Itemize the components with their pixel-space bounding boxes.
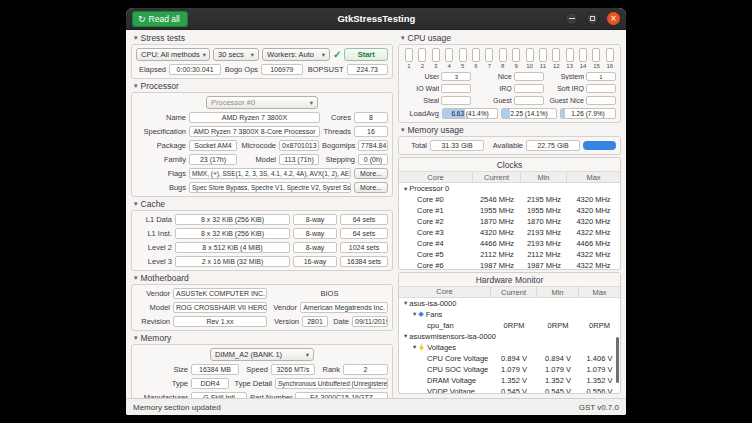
bogo-ops-value[interactable]: 106979	[261, 64, 302, 75]
cpu-stat: Nice	[475, 72, 543, 81]
cache-ways-value[interactable]: 8-way	[293, 214, 337, 225]
hwmon-voltages-cell: ▾ Voltages	[399, 343, 620, 352]
maximize-button[interactable]	[586, 12, 599, 25]
stress-workers-select[interactable]: Workers: Auto ▾	[262, 48, 330, 61]
hwmon-sensor-row[interactable]: cpu_fan 0RPM 0RPM 0RPM	[399, 320, 620, 331]
stepping-value[interactable]: 0 (0h)	[358, 154, 388, 165]
bops-value[interactable]: 224.73	[347, 64, 388, 75]
close-button[interactable]: ×	[607, 12, 620, 25]
clock-row[interactable]: Core #4 4466 MHz 2193 MHz 4466 MHz	[399, 238, 620, 249]
clock-row[interactable]: Core #6 1987 MHz 1987 MHz 4322 MHz	[399, 260, 620, 270]
cache-sets-value[interactable]: 64 sets	[340, 214, 388, 225]
cache-ways-value[interactable]: 8-way	[293, 242, 337, 253]
hwmon-chip-row[interactable]: ▾ asus-isa-0000	[399, 298, 620, 309]
clock-row[interactable]: Core #5 2112 MHz 2112 MHz 4322 MHz	[399, 249, 620, 260]
expander-icon[interactable]: ▾	[134, 200, 138, 208]
minimize-button[interactable]	[565, 12, 578, 25]
clock-row[interactable]: Core #0 2546 MHz 2195 MHz 4320 MHz	[399, 194, 620, 205]
threads-value[interactable]: 16	[354, 126, 388, 137]
clocks-header-min[interactable]: Min	[521, 172, 567, 182]
hwmon-header-max[interactable]: Max	[579, 287, 620, 297]
flags-more-button[interactable]: More...	[354, 168, 388, 179]
start-button[interactable]: Start	[344, 48, 388, 61]
mobo-revision-value[interactable]: Rev 1.xx	[173, 316, 267, 327]
mem-type-detail-value[interactable]: Synchronous Unbuffered (Unregistered)	[275, 378, 388, 389]
hwmon-header-core[interactable]: Core	[399, 287, 491, 297]
elapsed-value[interactable]: 0:00:30.041	[169, 64, 221, 75]
bugs-more-button[interactable]: More...	[354, 182, 388, 193]
mobo-vendor-value[interactable]: ASUSTeK COMPUTER INC.	[173, 288, 267, 299]
mobo-model-value[interactable]: ROG CROSSHAIR VII HERO	[173, 302, 267, 313]
hwmon-sensor-row[interactable]: CPU SOC Voltage 1.079 V 1.079 V 1.079 V	[399, 364, 620, 375]
cpu-core-bar	[526, 48, 534, 62]
cache-sets-value[interactable]: 1024 sets	[340, 242, 388, 253]
name-label: Name	[136, 113, 186, 122]
cache-ways-value[interactable]: 8-way	[293, 228, 337, 239]
hwmon-sensor-row[interactable]: CPU Core Voltage 0.894 V 0.894 V 1.406 V	[399, 353, 620, 364]
stress-duration-select[interactable]: 30 secs ▾	[213, 48, 259, 61]
hwmon-chip-row[interactable]: ▾ asuswmisensors-isa-0000	[399, 331, 620, 342]
flags-value[interactable]: MMX, (+), SSE(1, 2, 3, 3S, 4.1, 4.2, 4A)…	[189, 168, 351, 179]
family-value[interactable]: 23 (17h)	[189, 154, 237, 165]
bogo-ops-label: Bogo Ops	[224, 65, 258, 74]
hwmon-sensor-row[interactable]: VDDP Voltage 0.545 V 0.545 V 0.556 V	[399, 386, 620, 394]
clock-row[interactable]: Core #3 4320 MHz 2193 MHz 4322 MHz	[399, 227, 620, 238]
cache-size-value[interactable]: 8 x 32 KiB (256 KiB)	[175, 228, 290, 239]
clocks-header-max[interactable]: Max	[567, 172, 620, 182]
cache-size-value[interactable]: 8 x 512 KiB (4 MiB)	[175, 242, 290, 253]
cache-sets-value[interactable]: 16384 sets	[340, 256, 388, 267]
expander-icon[interactable]: ▾	[404, 299, 407, 307]
clocks-header-current[interactable]: Current	[473, 172, 521, 182]
model-value[interactable]: 113 (71h)	[279, 154, 319, 165]
cache-ways-value[interactable]: 16-way	[293, 256, 337, 267]
specification-value[interactable]: AMD Ryzen 7 3800X 8-Core Processor	[189, 126, 320, 137]
dimm-select[interactable]: DIMM_A2 (BANK 1) ▾	[210, 348, 314, 361]
expander-icon[interactable]: ▾	[134, 274, 138, 282]
processor-select[interactable]: Processor #0 ▾	[206, 96, 318, 109]
expander-icon[interactable]: ▾	[134, 334, 138, 342]
hwmon-sensor-row[interactable]: DRAM Voltage 1.352 V 1.352 V 1.352 V	[399, 375, 620, 386]
read-all-button[interactable]: ↻ Read all	[132, 11, 188, 27]
cpu-name-value[interactable]: AMD Ryzen 7 3800X	[189, 112, 320, 123]
hwmon-header-current[interactable]: Current	[491, 287, 537, 297]
expander-icon[interactable]: ▾	[404, 185, 407, 193]
clocks-header-core[interactable]: Core	[399, 172, 473, 182]
mem-total-value[interactable]: 31.33 GiB	[430, 140, 484, 151]
mem-speed-label: Speed	[242, 365, 268, 374]
bogomips-value[interactable]: 7784.84	[358, 140, 388, 151]
bios-version-value[interactable]: 2801	[302, 316, 328, 327]
mem-type-value[interactable]: DDR4	[191, 378, 229, 389]
package-value[interactable]: Socket AM4	[189, 140, 237, 151]
expander-icon[interactable]: ▾	[413, 343, 416, 351]
cache-size-value[interactable]: 2 x 16 MiB (32 MiB)	[175, 256, 290, 267]
microcode-value[interactable]: 0x8701013	[279, 140, 319, 151]
cache-size-value[interactable]: 8 x 32 KiB (256 KiB)	[175, 214, 290, 225]
clocks-group-row[interactable]: ▾ Processor 0	[399, 183, 620, 194]
bios-date-value[interactable]: 09/11/2019	[352, 316, 388, 327]
cores-value[interactable]: 8	[354, 112, 388, 123]
stress-method-select[interactable]: CPU: All methods ▾	[136, 48, 210, 61]
expander-icon[interactable]: ▾	[404, 332, 407, 340]
expander-icon[interactable]: ▾	[401, 126, 405, 134]
clock-row[interactable]: Core #1 1955 MHz 1955 MHz 4320 MHz	[399, 205, 620, 216]
cpu-core-usage: 12	[550, 48, 562, 70]
mem-available-value[interactable]: 22.75 GiB	[526, 140, 580, 151]
expander-icon[interactable]: ▾	[134, 82, 138, 90]
hwmon-fans-row[interactable]: ▾ ◆ Fans	[399, 309, 620, 320]
bugs-value[interactable]: Spec Store Bypass, Spectre V1, Spectre V…	[189, 182, 351, 193]
mem-rank-value[interactable]: 2	[343, 364, 388, 375]
cache-sets-value[interactable]: 64 sets	[340, 228, 388, 239]
scrollbar-thumb[interactable]	[616, 337, 619, 383]
bios-vendor-value[interactable]: American Megatrends Inc.	[300, 302, 388, 313]
hwmon-voltages-row[interactable]: ▾ Voltages	[399, 342, 620, 353]
clock-row[interactable]: Core #2 1870 MHz 1870 MHz 4320 MHz	[399, 216, 620, 227]
expander-icon[interactable]: ▾	[134, 34, 138, 42]
titlebar[interactable]: ↻ Read all GtkStressTesting ×	[126, 8, 626, 30]
mem-speed-value[interactable]: 3266 MT/s	[271, 364, 315, 375]
expander-icon[interactable]: ▾	[401, 34, 405, 42]
hwmon-header-min[interactable]: Min	[537, 287, 579, 297]
mem-size-value[interactable]: 16384 MB	[191, 364, 239, 375]
cpu-core-number: 10	[526, 63, 533, 70]
memory-frame: DIMM_A2 (BANK 1) ▾ Size 16384 MB Speed 3…	[131, 344, 393, 398]
expander-icon[interactable]: ▾	[413, 310, 416, 318]
